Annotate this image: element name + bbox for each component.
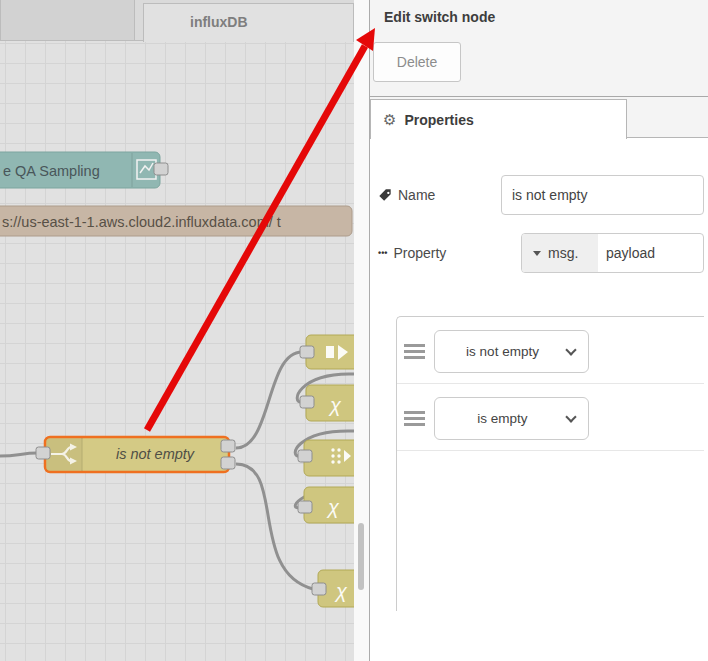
node-stub-4-input-port[interactable] (298, 501, 312, 513)
node-chart[interactable]: e QA Sampling (0, 152, 168, 188)
wire-switch-to-node1[interactable] (236, 352, 302, 448)
property-type-label: msg. (548, 245, 578, 261)
rule-row: is empty (397, 384, 704, 451)
gear-icon: ⚙ (383, 111, 396, 129)
node-stub-5-input-port[interactable] (312, 583, 326, 595)
chevron-down-icon (565, 411, 576, 422)
node-stub-2-input-port[interactable] (300, 396, 314, 408)
edit-tray: Edit switch node Delete ⚙ Properties Nam… (369, 0, 708, 661)
chi-icon: χ (334, 580, 348, 602)
node-stub-3[interactable] (298, 440, 354, 476)
property-label-text: Property (393, 245, 446, 261)
drag-handle-icon[interactable] (404, 344, 425, 359)
node-stub-1[interactable] (300, 335, 354, 369)
drag-handle-icon[interactable] (404, 411, 425, 426)
tab-properties-label: Properties (404, 112, 473, 128)
property-label: ••• Property (378, 245, 521, 261)
node-influxdb[interactable]: s://us-east-1-1.aws.cloud2.influxdata.co… (0, 206, 352, 236)
node-stub-1-input-port[interactable] (300, 346, 314, 358)
name-label: Name (378, 187, 501, 203)
delete-button[interactable]: Delete (373, 42, 461, 82)
node-influxdb-label: s://us-east-1-1.aws.cloud2.influxdata.co… (2, 214, 281, 230)
node-red-editor: influxDB s://us-east-1-1.aws.cloud2.infl… (0, 0, 708, 661)
property-typed-input: msg. payload (521, 233, 704, 273)
chevron-down-icon (565, 344, 576, 355)
node-stub-2[interactable]: χ (300, 385, 354, 421)
ellipsis-icon: ••• (378, 248, 387, 258)
tray-tab-row: ⚙ Properties (370, 97, 708, 138)
property-type-button[interactable]: msg. (522, 234, 598, 272)
tab-properties[interactable]: ⚙ Properties (370, 99, 627, 139)
rules-list: is not empty is empty (396, 316, 704, 611)
wire-switch-to-node5[interactable] (236, 464, 313, 589)
property-row: ••• Property msg. payload (378, 233, 704, 273)
node-chart-label: e QA Sampling (3, 163, 100, 179)
wire-into-switch[interactable] (0, 453, 37, 456)
rule-row: is not empty (397, 317, 704, 384)
rule-1-operator-select[interactable]: is not empty (434, 330, 589, 373)
chi-icon: χ (326, 496, 340, 518)
name-label-text: Name (398, 187, 435, 203)
workspace-tab-previous[interactable] (0, 0, 135, 41)
node-switch-label: is not empty (116, 446, 195, 462)
rule-2-operator-select[interactable]: is empty (434, 397, 589, 440)
node-switch-input-port[interactable] (36, 447, 50, 459)
node-stub-3-input-port[interactable] (298, 450, 312, 462)
tray-title: Edit switch node (370, 0, 708, 27)
node-chart-output-port[interactable] (154, 163, 168, 175)
rule-1-operator-value: is not empty (466, 344, 539, 359)
tag-icon (378, 188, 392, 202)
node-switch-selected[interactable]: is not empty (36, 437, 235, 472)
node-switch-output-port-1[interactable] (221, 440, 235, 452)
canvas-vertical-scrollbar[interactable] (354, 0, 369, 661)
name-row: Name (378, 175, 704, 215)
rule-2-operator-value: is empty (477, 411, 527, 426)
tray-toolbar: Delete (370, 27, 708, 97)
chi-icon: χ (328, 394, 342, 416)
scrollbar-thumb[interactable] (358, 523, 364, 590)
node-switch-output-port-2[interactable] (221, 457, 235, 469)
workspace-tabbar: influxDB (0, 0, 354, 41)
property-value-input[interactable]: payload (598, 234, 703, 272)
caret-down-icon (533, 251, 541, 256)
workspace-tab-influxdb[interactable]: influxDB (143, 3, 354, 42)
node-stub-4[interactable]: χ (298, 487, 354, 523)
name-input[interactable] (501, 175, 704, 215)
tray-body: Name ••• Property msg. payload (370, 138, 708, 611)
node-stub-5[interactable]: χ (312, 570, 354, 607)
flow-canvas[interactable]: influxDB s://us-east-1-1.aws.cloud2.infl… (0, 0, 354, 661)
